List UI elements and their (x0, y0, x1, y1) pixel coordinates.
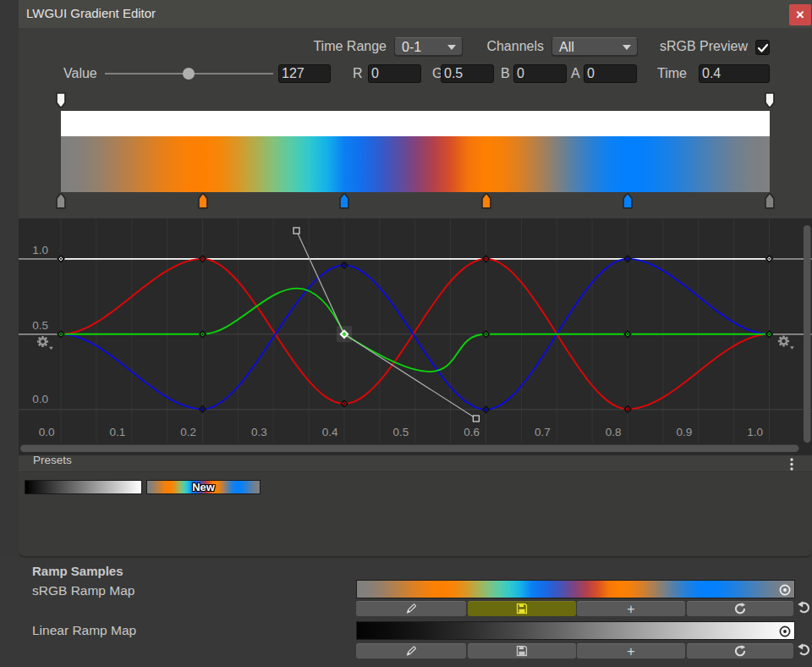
svg-text:0.1: 0.1 (109, 426, 125, 438)
svg-text:0.2: 0.2 (180, 426, 196, 438)
svg-text:1.0: 1.0 (32, 244, 48, 256)
svg-text:0.7: 0.7 (535, 426, 551, 438)
svg-text:0.9: 0.9 (676, 426, 692, 438)
svg-text:0.3: 0.3 (251, 426, 267, 438)
svg-text:1.0: 1.0 (747, 426, 763, 438)
svg-text:0.8: 0.8 (606, 426, 622, 438)
svg-text:0.5: 0.5 (392, 426, 409, 438)
svg-text:0.0: 0.0 (39, 426, 55, 438)
svg-text:0.5: 0.5 (32, 319, 48, 332)
svg-text:0.0: 0.0 (32, 393, 48, 405)
svg-text:0.6: 0.6 (464, 426, 480, 438)
svg-text:0.4: 0.4 (322, 426, 338, 438)
